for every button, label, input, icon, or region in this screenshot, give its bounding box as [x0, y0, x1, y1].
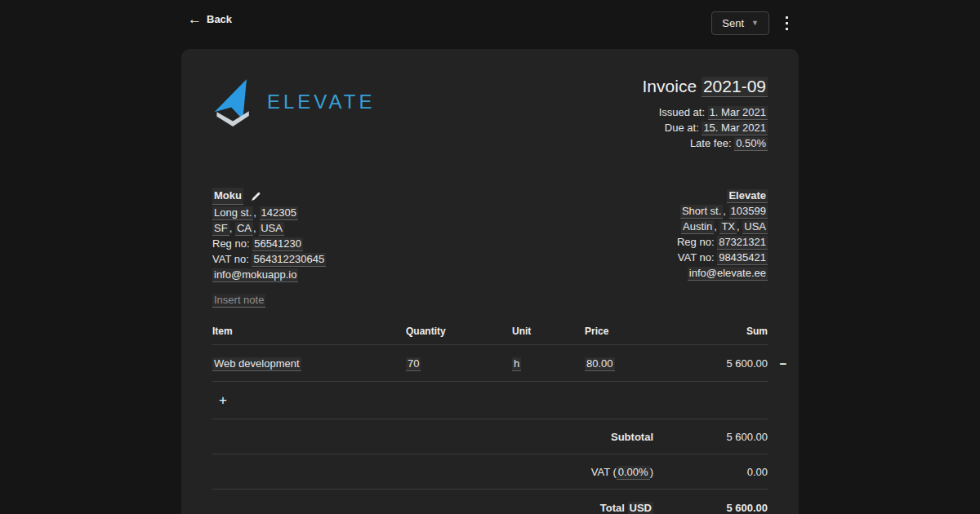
sender-reg-line: Reg no: 56541230	[212, 236, 326, 251]
sender-city-field[interactable]: SF	[212, 222, 229, 236]
recipient-state-field[interactable]: TX	[719, 220, 737, 234]
recipient-reg-line: Reg no: 87321321	[677, 234, 768, 250]
recipient-block: Elevate Short st., 103599 Austin, TX, US…	[677, 188, 768, 282]
add-row-button[interactable]: +	[212, 392, 234, 409]
vat-row: VAT (0.00%) 0.00	[212, 454, 768, 490]
subtotal-value: 5 600.00	[653, 431, 768, 443]
item-name-field[interactable]: Web development	[212, 357, 301, 371]
sender-reg-field[interactable]: 56541230	[252, 237, 303, 251]
line-items-table: Item Quantity Unit Price Sum Web develop…	[212, 321, 768, 514]
sender-vat-field[interactable]: 564312230645	[252, 253, 326, 267]
recipient-city-field[interactable]: Austin	[681, 220, 714, 234]
topbar-actions: Sent ▼	[711, 11, 791, 35]
due-at-line: Due at: 15. Mar 2021	[643, 120, 768, 135]
recipient-reg-field[interactable]: 87321321	[717, 236, 768, 250]
sender-email-line: info@mokuapp.io	[212, 267, 326, 282]
recipient-name-field[interactable]: Elevate	[727, 189, 768, 203]
header-item: Item	[212, 326, 406, 337]
back-button[interactable]: ← Back	[188, 12, 232, 26]
sender-block: Moku Long st., 142305 SF, CA, USA Reg no…	[212, 188, 326, 282]
total-row: Total USD 5 600.00	[212, 490, 768, 514]
invoice-card: ELEVATE Invoice 2021-09 Issued at: 1. Ma…	[181, 49, 799, 514]
edit-icon[interactable]	[251, 191, 261, 202]
total-label: Total USD	[212, 502, 653, 514]
table-header-row: Item Quantity Unit Price Sum	[212, 321, 768, 345]
sender-email-field[interactable]: info@mokuapp.io	[212, 268, 298, 282]
issued-at-field[interactable]: 1. Mar 2021	[708, 106, 768, 120]
back-arrow-icon: ←	[188, 12, 202, 26]
subtotal-label: Subtotal	[212, 431, 653, 443]
status-dropdown-value: Sent	[722, 17, 744, 29]
item-price-field[interactable]: 80.00	[585, 357, 615, 371]
note-field[interactable]: Insert note	[212, 292, 265, 308]
sender-vat-line: VAT no: 564312230645	[212, 251, 326, 267]
recipient-email-line: info@elevate.ee	[677, 265, 768, 281]
status-dropdown[interactable]: Sent ▼	[711, 11, 769, 35]
recipient-vat-field[interactable]: 98435421	[717, 251, 768, 265]
invoice-title: Invoice 2021-09	[643, 76, 768, 97]
recipient-country-field[interactable]: USA	[742, 220, 768, 234]
sender-zip-field[interactable]: 142305	[260, 206, 298, 220]
brand-name: ELEVATE	[267, 91, 375, 113]
late-fee-field[interactable]: 0.50%	[734, 137, 768, 151]
vat-rate-field[interactable]: 0.00%	[617, 466, 650, 480]
recipient-zip-field[interactable]: 103599	[729, 205, 768, 219]
recipient-email-field[interactable]: info@elevate.ee	[688, 267, 768, 281]
item-unit-field[interactable]: h	[512, 357, 521, 371]
sender-state-field[interactable]: CA	[235, 222, 253, 236]
subtotal-row: Subtotal 5 600.00	[212, 419, 768, 454]
chevron-down-icon: ▼	[751, 20, 759, 27]
header-price: Price	[585, 326, 653, 337]
recipient-name-line: Elevate	[677, 188, 768, 203]
header-sum: Sum	[653, 326, 768, 337]
address-blocks: Moku Long st., 142305 SF, CA, USA Reg no…	[212, 188, 768, 282]
item-quantity-field[interactable]: 70	[406, 357, 421, 371]
sender-city-line: SF, CA, USA	[212, 220, 326, 236]
sender-country-field[interactable]: USA	[259, 222, 284, 236]
table-row: Web development 70 h 80.00 5 600.00 −	[212, 345, 768, 382]
company-logo: ELEVATE	[212, 78, 375, 126]
sender-street-field[interactable]: Long st.	[212, 206, 253, 220]
invoice-number-field[interactable]: 2021-09	[702, 77, 768, 97]
back-label: Back	[207, 13, 232, 25]
recipient-address-line: Short st., 103599	[677, 203, 768, 219]
remove-row-button[interactable]: −	[774, 357, 792, 370]
recipient-vat-line: VAT no: 98435421	[677, 250, 768, 265]
total-value: 5 600.00	[653, 502, 768, 514]
due-at-field[interactable]: 15. Mar 2021	[702, 122, 768, 135]
currency-field[interactable]: USD	[628, 502, 653, 514]
invoice-meta: Invoice 2021-09 Issued at: 1. Mar 2021 D…	[643, 76, 768, 151]
logo-icon	[212, 78, 256, 126]
vat-label: VAT (0.00%)	[212, 466, 653, 478]
sender-name-field[interactable]: Moku	[212, 188, 243, 205]
recipient-city-line: Austin, TX, USA	[677, 219, 768, 234]
item-sum-value: 5 600.00	[653, 357, 768, 370]
invoice-header: ELEVATE Invoice 2021-09 Issued at: 1. Ma…	[212, 76, 768, 151]
recipient-street-field[interactable]: Short st.	[680, 205, 723, 219]
add-row-container: +	[212, 382, 768, 419]
header-quantity: Quantity	[406, 326, 512, 337]
header-unit: Unit	[512, 326, 585, 337]
sender-address-line: Long st., 142305	[212, 205, 326, 220]
issued-at-line: Issued at: 1. Mar 2021	[643, 104, 768, 120]
vat-value: 0.00	[653, 466, 768, 478]
more-options-icon[interactable]	[783, 13, 791, 33]
late-fee-line: Late fee: 0.50%	[643, 135, 768, 151]
